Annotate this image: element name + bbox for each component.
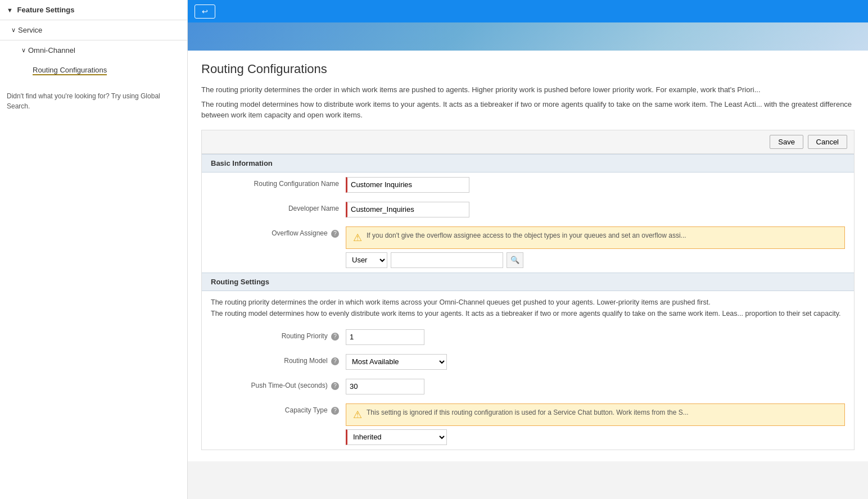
overflow-assignee-field: ⚠ If you don't give the overflow assigne… — [346, 226, 845, 268]
cancel-button[interactable]: Cancel — [808, 135, 847, 149]
sidebar-item-omnichannel[interactable]: ∨ Omni-Channel — [0, 40, 187, 60]
routing-settings-desc2: The routing model determines how to even… — [211, 308, 845, 319]
warning-icon: ⚠ — [353, 232, 362, 244]
sidebar-hint-text: Didn't find what you're looking for? Try… — [7, 92, 160, 110]
routing-settings-desc: The routing priority determines the orde… — [202, 291, 854, 325]
routing-config-name-field — [346, 177, 845, 193]
sidebar: ▼ Feature Settings ∨ Service ∨ Omni-Chan… — [0, 0, 188, 499]
capacity-type-label: Capacity Type ? — [211, 403, 346, 415]
routing-settings-section-header: Routing Settings — [202, 273, 854, 291]
capacity-type-row: Capacity Type ? ⚠ This setting is ignore… — [202, 399, 854, 450]
routing-priority-row: Routing Priority ? — [202, 325, 854, 350]
overflow-search-input[interactable] — [391, 252, 503, 268]
overflow-warning-text: If you don't give the overflow assignee … — [367, 232, 686, 239]
routing-model-label: Routing Model ? — [211, 354, 346, 365]
overflow-warning-box: ⚠ If you don't give the overflow assigne… — [346, 226, 845, 249]
capacity-type-field: ⚠ This setting is ignored if this routin… — [346, 403, 845, 445]
basic-info-section-header: Basic Information — [202, 154, 854, 173]
lookup-button[interactable]: 🔍 — [507, 252, 523, 268]
main-content: ↩ Routing Configurations The routing pri… — [188, 0, 868, 499]
page-title: Routing Configurations — [201, 62, 855, 76]
sidebar-feature-settings[interactable]: ▼ Feature Settings — [0, 0, 187, 20]
form-toolbar: Save Cancel — [202, 130, 854, 154]
wave-area — [188, 22, 868, 51]
routing-model-field: Most Available Least Active — [346, 354, 845, 370]
routing-priority-help-icon[interactable]: ? — [331, 333, 339, 341]
routing-model-select[interactable]: Most Available Least Active — [346, 354, 447, 370]
sidebar-item-routing-config[interactable]: Routing Configurations — [0, 60, 187, 80]
developer-name-field — [346, 202, 845, 217]
developer-name-label: Developer Name — [211, 202, 346, 212]
overflow-assignee-label: Overflow Assignee ? — [211, 226, 346, 238]
save-button[interactable]: Save — [770, 135, 803, 149]
push-timeout-input[interactable] — [346, 379, 424, 394]
sidebar-service-label: Service — [18, 26, 42, 34]
form-container: Save Cancel Basic Information Routing Co… — [201, 130, 855, 450]
routing-priority-field — [346, 329, 845, 345]
overflow-help-icon[interactable]: ? — [331, 230, 339, 238]
routing-config-name-label: Routing Configuration Name — [211, 177, 346, 188]
capacity-warning-icon: ⚠ — [353, 409, 362, 421]
overflow-assignee-row: Overflow Assignee ? ⚠ If you don't give … — [202, 222, 854, 273]
developer-name-input[interactable] — [346, 202, 469, 217]
overflow-type-select[interactable]: User Queue — [346, 252, 387, 268]
sidebar-omnichannel-label: Omni-Channel — [28, 46, 75, 55]
developer-name-row: Developer Name — [202, 197, 854, 222]
chevron-down-icon: ∨ — [11, 26, 16, 34]
routing-model-row: Routing Model ? Most Available Least Act… — [202, 350, 854, 374]
capacity-warning-text: This setting is ignored if this routing … — [367, 409, 689, 416]
routing-config-name-row: Routing Configuration Name — [202, 173, 854, 197]
routing-priority-input[interactable] — [346, 329, 424, 345]
content-area: Routing Configurations The routing prior… — [188, 51, 868, 461]
routing-priority-label: Routing Priority ? — [211, 329, 346, 341]
description-2: The routing model determines how to dist… — [201, 99, 855, 121]
sidebar-item-service[interactable]: ∨ Service — [0, 20, 187, 40]
sidebar-feature-settings-label: Feature Settings — [17, 6, 75, 14]
back-button[interactable]: ↩ — [195, 4, 215, 19]
push-timeout-label: Push Time-Out (seconds) ? — [211, 379, 346, 390]
chevron-down-icon: ∨ — [21, 47, 26, 54]
push-timeout-field — [346, 379, 845, 394]
sidebar-routing-config-label: Routing Configurations — [33, 66, 107, 75]
routing-config-name-input[interactable] — [346, 177, 469, 193]
push-timeout-help-icon[interactable]: ? — [331, 382, 339, 390]
top-bar: ↩ — [188, 0, 868, 22]
push-timeout-row: Push Time-Out (seconds) ? — [202, 374, 854, 399]
overflow-assignee-controls: User Queue 🔍 — [346, 252, 845, 268]
lookup-icon: 🔍 — [510, 256, 519, 264]
description-1: The routing priority determines the orde… — [201, 84, 855, 96]
routing-model-help-icon[interactable]: ? — [331, 357, 339, 365]
routing-settings-desc1: The routing priority determines the orde… — [211, 297, 845, 308]
capacity-warning-box: ⚠ This setting is ignored if this routin… — [346, 403, 845, 426]
chevron-down-icon: ▼ — [7, 7, 13, 13]
capacity-type-select[interactable]: Inherited Tab Status-Based — [346, 429, 447, 445]
capacity-type-help-icon[interactable]: ? — [331, 407, 339, 415]
sidebar-hint: Didn't find what you're looking for? Try… — [0, 80, 187, 123]
